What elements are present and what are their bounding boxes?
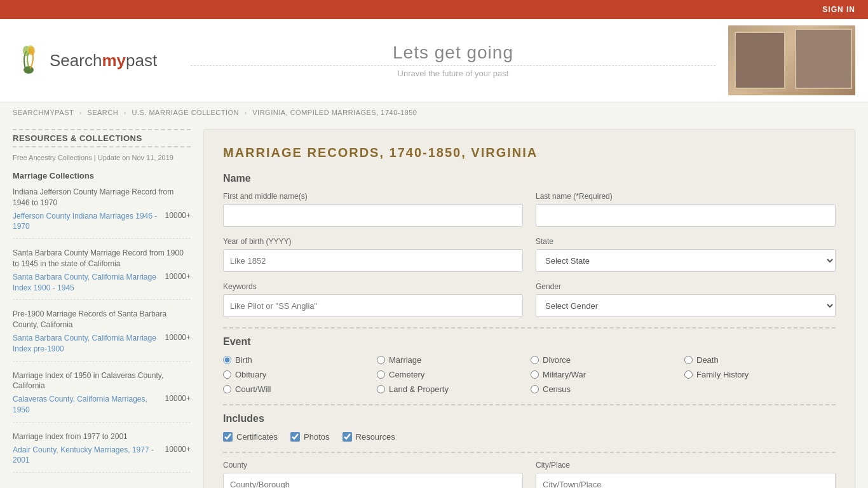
includes-photos[interactable]: Photos bbox=[290, 432, 329, 442]
event-military[interactable]: Military/War bbox=[531, 370, 682, 379]
event-birth[interactable]: Birth bbox=[223, 355, 374, 365]
header-center: Lets get going Unravel the future of you… bbox=[191, 43, 715, 78]
event-military-radio[interactable] bbox=[531, 370, 539, 379]
first-name-group: First and middle name(s) bbox=[223, 192, 523, 227]
sidebar-item-count: 10000+ bbox=[165, 333, 191, 342]
county-label: County bbox=[223, 461, 523, 470]
event-marriage[interactable]: Marriage bbox=[377, 355, 528, 365]
event-birth-label: Birth bbox=[235, 355, 252, 365]
event-cemetery[interactable]: Cemetery bbox=[377, 370, 528, 379]
sidebar-item-desc: Marriage Index from 1977 to 2001 bbox=[13, 431, 191, 442]
sidebar-item-desc: Santa Barbara County Marriage Record fro… bbox=[13, 248, 191, 269]
event-court-will[interactable]: Court/Will bbox=[223, 384, 374, 394]
sidebar-item-count: 10000+ bbox=[165, 211, 191, 220]
yob-input[interactable] bbox=[223, 249, 523, 272]
breadcrumb-item-2[interactable]: U.S. MARRIAGE COLLECTION bbox=[132, 109, 239, 116]
sidebar-item-desc: Pre-1900 Marriage Records of Santa Barba… bbox=[13, 309, 191, 330]
event-family-history-radio[interactable] bbox=[684, 370, 693, 379]
breadcrumb-item-1[interactable]: SEARCH bbox=[87, 109, 118, 116]
first-name-label: First and middle name(s) bbox=[223, 192, 523, 201]
breadcrumb-item-0[interactable]: SEARCHMYPAST bbox=[13, 109, 74, 116]
state-group: State Select State AlabamaAlaskaArizona … bbox=[536, 237, 836, 272]
year-state-row: Year of birth (YYYY) State Select State … bbox=[223, 237, 836, 272]
photo-2 bbox=[795, 29, 852, 89]
event-family-history[interactable]: Family History bbox=[684, 370, 836, 379]
event-marriage-radio[interactable] bbox=[377, 356, 385, 364]
event-section: Event Birth Marriage Divorce Death bbox=[223, 336, 836, 394]
event-military-label: Military/War bbox=[543, 370, 586, 379]
event-death-label: Death bbox=[696, 355, 719, 365]
breadcrumb-sep-1: › bbox=[124, 109, 126, 116]
state-label: State bbox=[536, 237, 836, 246]
breadcrumb-sep-0: › bbox=[79, 109, 82, 116]
yob-group: Year of birth (YYYY) bbox=[223, 237, 523, 272]
photos-checkbox[interactable] bbox=[290, 432, 300, 442]
city-group: City/Place bbox=[536, 461, 836, 488]
city-input[interactable] bbox=[536, 473, 836, 488]
yob-label: Year of birth (YYYY) bbox=[223, 237, 523, 246]
event-radio-grid: Birth Marriage Divorce Death Obituary bbox=[223, 355, 836, 394]
resources-checkbox[interactable] bbox=[342, 432, 352, 442]
event-obituary-label: Obituary bbox=[235, 370, 266, 379]
sidebar-item-count: 10000+ bbox=[165, 272, 191, 281]
sidebar: RESOURCES & COLLECTIONS Free Ancestry Co… bbox=[13, 129, 191, 488]
event-death[interactable]: Death bbox=[684, 355, 836, 365]
subheadline: Unravel the future of your past bbox=[191, 65, 715, 78]
last-name-input[interactable] bbox=[536, 204, 836, 227]
event-census[interactable]: Census bbox=[531, 384, 682, 394]
state-select[interactable]: Select State AlabamaAlaskaArizona Arkans… bbox=[536, 249, 836, 272]
event-cemetery-label: Cemetery bbox=[389, 370, 424, 379]
event-land-property-label: Land & Property bbox=[389, 384, 449, 394]
event-obituary[interactable]: Obituary bbox=[223, 370, 374, 379]
event-court-will-radio[interactable] bbox=[223, 385, 231, 393]
divider2 bbox=[223, 404, 836, 405]
last-name-group: Last name (*Required) bbox=[536, 192, 836, 227]
sidebar-item-link[interactable]: Calaveras County, California Marriages, … bbox=[13, 395, 147, 414]
event-census-label: Census bbox=[543, 384, 571, 394]
sidebar-item-link[interactable]: Santa Barbara County, California Marriag… bbox=[13, 273, 156, 292]
event-census-radio[interactable] bbox=[531, 385, 539, 393]
includes-resources[interactable]: Resources bbox=[342, 432, 395, 442]
list-item: Santa Barbara County Marriage Record fro… bbox=[13, 248, 191, 300]
keywords-input[interactable] bbox=[223, 294, 523, 317]
name-row: First and middle name(s) Last name (*Req… bbox=[223, 192, 836, 227]
first-name-input[interactable] bbox=[223, 204, 523, 227]
county-input[interactable] bbox=[223, 473, 523, 488]
sidebar-category: Marriage Collections bbox=[13, 171, 191, 180]
form-title: MARRIAGE RECORDS, 1740-1850, VIRGINIA bbox=[223, 146, 836, 160]
resources-label: Resources bbox=[356, 432, 395, 442]
list-item: Marriage Index of 1950 in Calaveras Coun… bbox=[13, 370, 191, 423]
breadcrumb-sep-2: › bbox=[245, 109, 247, 116]
logo-icon bbox=[13, 44, 44, 76]
sidebar-item-link[interactable]: Jefferson County Indiana Marriages 1946 … bbox=[13, 212, 157, 231]
event-family-history-label: Family History bbox=[696, 370, 749, 379]
includes-certificates[interactable]: Certificates bbox=[223, 432, 278, 442]
includes-section: Includes Certificates Photos Resources bbox=[223, 413, 836, 442]
event-obituary-radio[interactable] bbox=[223, 370, 231, 379]
event-divorce[interactable]: Divorce bbox=[531, 355, 682, 365]
header: Searchmypast Lets get going Unravel the … bbox=[0, 19, 868, 102]
main-layout: RESOURCES & COLLECTIONS Free Ancestry Co… bbox=[0, 123, 868, 488]
event-cemetery-radio[interactable] bbox=[377, 370, 385, 379]
sidebar-item-count: 10000+ bbox=[165, 394, 191, 403]
photos-label: Photos bbox=[304, 432, 329, 442]
gender-select[interactable]: Select Gender Male Female bbox=[536, 294, 836, 317]
certificates-checkbox[interactable] bbox=[223, 432, 233, 442]
breadcrumb: SEARCHMYPAST › SEARCH › U.S. MARRIAGE CO… bbox=[0, 102, 868, 123]
sidebar-item-link[interactable]: Adair County, Kentucky Marriages, 1977 -… bbox=[13, 445, 154, 465]
breadcrumb-item-3[interactable]: VIRGINIA, COMPILED MARRIAGES, 1740-1850 bbox=[252, 109, 417, 116]
includes-checkbox-row: Certificates Photos Resources bbox=[223, 432, 836, 442]
logo-area: Searchmypast bbox=[13, 44, 191, 76]
top-bar: SIGN IN bbox=[0, 0, 868, 19]
event-land-property[interactable]: Land & Property bbox=[377, 384, 528, 394]
event-land-property-radio[interactable] bbox=[377, 385, 385, 393]
event-birth-radio[interactable] bbox=[223, 356, 231, 364]
sidebar-item-link[interactable]: Santa Barbara County, California Marriag… bbox=[13, 334, 156, 353]
gender-label: Gender bbox=[536, 282, 836, 291]
signin-link[interactable]: SIGN IN bbox=[822, 5, 855, 14]
event-divorce-radio[interactable] bbox=[531, 356, 539, 364]
event-death-radio[interactable] bbox=[684, 356, 693, 364]
svg-point-3 bbox=[29, 46, 35, 55]
event-divorce-label: Divorce bbox=[543, 355, 571, 365]
includes-section-label: Includes bbox=[223, 413, 836, 424]
